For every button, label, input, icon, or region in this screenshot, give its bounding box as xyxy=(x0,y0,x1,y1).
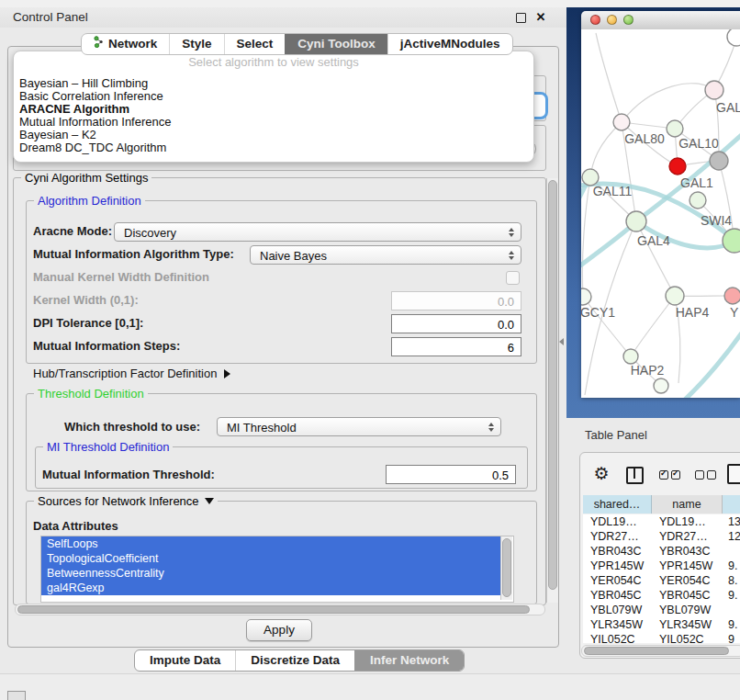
dpi-tolerance-field[interactable]: 0.0 xyxy=(391,314,521,333)
kernel-width-field[interactable]: 0.0 xyxy=(391,291,521,310)
minimize-traffic-light-icon[interactable] xyxy=(607,15,617,25)
spinner-arrows-icon xyxy=(509,251,514,260)
tab-network[interactable]: Network xyxy=(82,34,169,54)
network-edge[interactable] xyxy=(596,33,622,122)
algorithm-option-mutual-information-inference[interactable]: Mutual Information Inference xyxy=(19,116,528,129)
settings-scrollbar-thumb[interactable] xyxy=(548,180,557,590)
mi-steps-field[interactable]: 6 xyxy=(391,337,521,356)
network-node[interactable] xyxy=(723,229,740,253)
aracne-mode-label: Aracne Mode: xyxy=(33,224,112,239)
bottom-tab-infer-network[interactable]: Infer Network xyxy=(354,650,464,671)
split-column-icon[interactable] xyxy=(626,467,644,484)
settings-hscrollbar-thumb[interactable] xyxy=(17,605,530,614)
network-node-gal1[interactable] xyxy=(669,158,686,175)
network-node-gal10[interactable] xyxy=(667,120,683,137)
deselect-all-checkboxes-icon[interactable] xyxy=(695,470,716,480)
gear-icon[interactable] xyxy=(591,464,611,484)
sources-label-wrap[interactable]: Sources for Network Inference xyxy=(34,494,218,508)
network-canvas[interactable]: GALGAL80GAL10GAL1GAL11SWI4GAL4GCY1HAP4YH… xyxy=(581,29,740,398)
page-icon[interactable] xyxy=(727,464,740,484)
close-traffic-light-icon[interactable] xyxy=(590,15,600,25)
attributes-list-scrollbar[interactable] xyxy=(500,536,512,600)
algorithm-option-dream8-dc-tdc-algorithm[interactable]: Dream8 DC_TDC Algorithm xyxy=(19,141,528,154)
table-cell: YDR27… xyxy=(583,529,652,544)
network-node-y[interactable] xyxy=(724,288,740,304)
table-row[interactable]: YER054CYER054C8. xyxy=(583,573,740,588)
dropdown-placeholder: Select algorithm to view settings xyxy=(14,55,533,69)
kernel-width-label: Kernel Width (0,1): xyxy=(33,293,139,308)
which-threshold-combo[interactable]: MI Threshold xyxy=(217,417,501,436)
network-node-gal[interactable] xyxy=(705,81,723,99)
tab-select[interactable]: Select xyxy=(224,34,286,54)
aracne-mode-combo[interactable]: Discovery xyxy=(114,222,521,242)
table-cell: YPR145W xyxy=(652,559,723,573)
splitter-collapse-icon[interactable] xyxy=(559,338,564,345)
network-edge[interactable] xyxy=(582,177,590,297)
table-row[interactable]: YIL052CYIL052C9 xyxy=(583,632,740,643)
mi-threshold-field[interactable]: 0.5 xyxy=(386,465,516,484)
select-all-checkboxes-icon[interactable] xyxy=(659,470,680,480)
column-header-name[interactable]: name xyxy=(652,495,723,514)
hub-definition-toggle[interactable]: Hub/Transcription Factor Definition xyxy=(33,367,230,381)
attributes-scrollbar-thumb[interactable] xyxy=(502,538,511,597)
cyni-algorithm-settings-label: Cyni Algorithm Settings xyxy=(21,171,151,185)
network-node-swi4[interactable] xyxy=(690,192,706,209)
minimized-panel-stub[interactable] xyxy=(7,691,26,700)
float-window-icon[interactable] xyxy=(516,13,526,23)
table-row[interactable]: YDL19…YDL19…13 xyxy=(583,514,740,529)
table-row[interactable]: YPR145WYPR145W9. xyxy=(583,559,740,573)
attributes-list[interactable]: SelfLoopsTopologicalCoefficientBetweenne… xyxy=(40,536,514,603)
settings-horizontal-scrollbar[interactable] xyxy=(15,604,545,615)
settings-vertical-scrollbar[interactable] xyxy=(546,178,558,603)
attribute-topologicalcoefficient[interactable]: TopologicalCoefficient xyxy=(41,551,501,566)
which-threshold-label: Which threshold to use: xyxy=(64,420,200,435)
network-node-hap2[interactable] xyxy=(623,349,638,364)
table-row[interactable]: YBR043CYBR043C xyxy=(583,544,740,559)
network-edge[interactable] xyxy=(622,84,714,122)
network-edge[interactable] xyxy=(590,122,622,177)
attribute-betweennesscentrality[interactable]: BetweennessCentrality xyxy=(41,566,501,581)
network-edge[interactable] xyxy=(631,296,675,356)
network-edge[interactable] xyxy=(581,221,636,276)
algorithm-option-basic-correlation-inference[interactable]: Basic Correlation Inference xyxy=(19,90,528,103)
attribute-gal4rgexp[interactable]: gal4RGexp xyxy=(41,581,501,595)
manual-kernel-label: Manual Kernel Width Definition xyxy=(33,270,209,285)
network-window-titlebar[interactable] xyxy=(581,11,740,30)
tab-jactivemnodules[interactable]: jActiveMNodules xyxy=(387,34,512,54)
mi-type-value: Naive Bayes xyxy=(260,249,327,263)
table-hscrollbar-thumb[interactable] xyxy=(584,647,729,655)
dropdown-items: Bayesian – Hill ClimbingBasic Correlatio… xyxy=(19,77,528,154)
table-horizontal-scrollbar[interactable] xyxy=(581,645,740,657)
tab-style[interactable]: Style xyxy=(169,34,223,54)
table-row[interactable]: YBR045CYBR045C9. xyxy=(583,588,740,603)
apply-button[interactable]: Apply xyxy=(246,619,312,641)
algorithm-option-bayesian-k2[interactable]: Bayesian – K2 xyxy=(19,129,528,141)
attribute-selfloops[interactable]: SelfLoops xyxy=(41,536,501,551)
mi-type-combo[interactable]: Naive Bayes xyxy=(250,245,521,265)
bottom-tab-discretize-data[interactable]: Discretize Data xyxy=(235,650,354,671)
network-node-gal80[interactable] xyxy=(613,114,630,130)
table-row[interactable]: YLR345WYLR345W9. xyxy=(583,617,740,632)
network-node-hap4[interactable] xyxy=(666,287,684,305)
table-row[interactable]: YBL079WYBL079W xyxy=(583,603,740,617)
column-header-clipped[interactable] xyxy=(723,495,740,514)
algorithm-option-bayesian-hill-climbing[interactable]: Bayesian – Hill Climbing xyxy=(19,77,528,90)
network-node[interactable] xyxy=(710,152,728,170)
algorithm-option-aracne-algorithm[interactable]: ARACNE Algorithm xyxy=(19,103,528,116)
table-cell: YIL052C xyxy=(583,632,652,643)
tab-cyni-toolbox[interactable]: Cyni Toolbox xyxy=(285,34,387,54)
network-node-label: GAL11 xyxy=(593,184,633,198)
network-node[interactable] xyxy=(727,29,740,46)
network-node-label: GAL xyxy=(716,100,740,115)
table-row[interactable]: YDR27…YDR27…12 xyxy=(583,529,740,544)
network-node-gal4[interactable] xyxy=(626,211,646,231)
manual-kernel-checkbox[interactable] xyxy=(506,271,520,285)
network-node[interactable] xyxy=(654,378,668,393)
network-node-gcy1[interactable] xyxy=(581,288,591,305)
network-node-label: HAP2 xyxy=(631,363,665,378)
column-header-shared[interactable]: shared… xyxy=(583,495,652,514)
zoom-traffic-light-icon[interactable] xyxy=(623,15,633,25)
table-cell: YBL079W xyxy=(583,603,652,617)
bottom-tab-impute-data[interactable]: Impute Data xyxy=(135,650,235,671)
close-icon[interactable] xyxy=(533,7,548,28)
